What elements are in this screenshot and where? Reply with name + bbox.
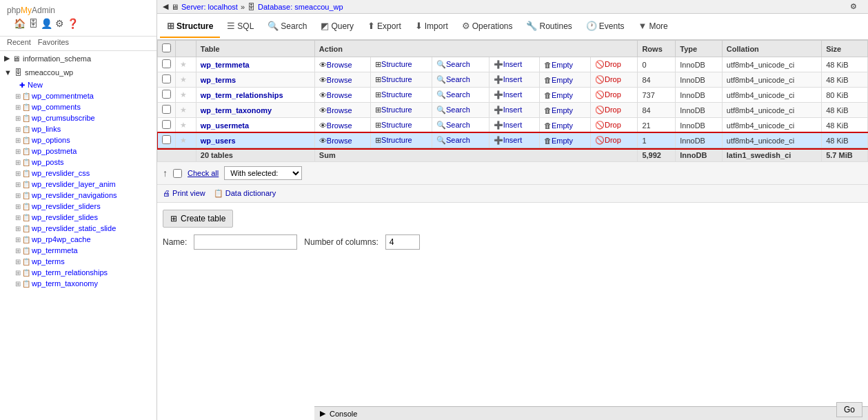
browse-link[interactable]: Browse bbox=[327, 91, 352, 99]
browse-link[interactable]: Browse bbox=[327, 106, 352, 114]
sidebar-table-item[interactable]: ⊞📋wp_revslider_layer_anim bbox=[0, 179, 157, 190]
sidebar-table-item[interactable]: ⊞📋wp_revslider_static_slide bbox=[0, 223, 157, 234]
structure-link[interactable]: Structure bbox=[381, 136, 412, 144]
insert-link[interactable]: Insert bbox=[503, 106, 523, 114]
sidebar-table-link[interactable]: wp_comments bbox=[32, 103, 81, 111]
sidebar-table-item[interactable]: ⊞📋wp_posts bbox=[0, 157, 157, 168]
sidebar-table-item[interactable]: ⊞📋wp_commentmeta bbox=[0, 90, 157, 101]
drop-link[interactable]: Drop bbox=[605, 136, 621, 144]
search-link[interactable]: Search bbox=[446, 90, 470, 99]
drop-link[interactable]: Drop bbox=[605, 90, 621, 99]
drop-link[interactable]: Drop bbox=[605, 121, 621, 129]
star-icon[interactable]: ★ bbox=[180, 75, 187, 83]
create-table-button[interactable]: ⊞ Create table bbox=[163, 210, 233, 228]
sidebar-table-link[interactable]: wp_posts bbox=[32, 158, 63, 166]
sidebar-table-link[interactable]: wp_termmeta bbox=[32, 246, 78, 254]
go-button[interactable]: Go bbox=[836, 402, 862, 417]
search-link[interactable]: Search bbox=[446, 136, 470, 144]
sidebar-table-item[interactable]: ⊞📋wp_term_taxonomy bbox=[0, 278, 157, 289]
star-icon[interactable]: ★ bbox=[180, 136, 187, 144]
check-all-checkbox[interactable] bbox=[173, 169, 182, 178]
user-icon[interactable]: 👤 bbox=[41, 18, 52, 29]
sidebar-table-item[interactable]: ⊞📋wp_term_relationships bbox=[0, 267, 157, 278]
sidebar-table-item[interactable]: ⊞📋wp_termmeta bbox=[0, 245, 157, 256]
sidebar-table-link[interactable]: wp_terms bbox=[32, 257, 65, 266]
search-link[interactable]: Search bbox=[446, 121, 470, 129]
with-selected-dropdown[interactable]: With selected:DropEmptyCheck tableOptimi… bbox=[224, 166, 302, 180]
sidebar-table-link[interactable]: wp_revslider_static_slide bbox=[32, 224, 116, 232]
sidebar-table-item[interactable]: ⊞📋wp_terms bbox=[0, 256, 157, 267]
structure-link[interactable]: Structure bbox=[381, 90, 412, 99]
sidebar-table-item[interactable]: ⊞📋wp_crumsubscribe bbox=[0, 112, 157, 123]
row-checkbox[interactable] bbox=[162, 135, 171, 144]
browse-link[interactable]: Browse bbox=[327, 137, 352, 145]
home-icon[interactable]: 🏠 bbox=[14, 18, 26, 29]
search-link[interactable]: Search bbox=[446, 106, 470, 114]
table-name-link[interactable]: wp_usermeta bbox=[201, 121, 249, 130]
structure-link[interactable]: Structure bbox=[381, 121, 412, 129]
empty-link[interactable]: Empty bbox=[552, 61, 573, 69]
tab-events[interactable]: 🕐Events bbox=[579, 15, 632, 38]
tab-operations[interactable]: ⚙Operations bbox=[455, 15, 520, 38]
browse-link[interactable]: Browse bbox=[327, 76, 352, 84]
sidebar-table-item[interactable]: ⊞📋wp_rp4wp_cache bbox=[0, 234, 157, 245]
sidebar-table-link[interactable]: wp_term_taxonomy bbox=[32, 279, 98, 288]
sidebar-table-item[interactable]: ⊞📋wp_postmeta bbox=[0, 146, 157, 157]
sidebar-table-link[interactable]: wp_postmeta bbox=[32, 147, 77, 155]
insert-link[interactable]: Insert bbox=[503, 90, 523, 99]
select-all-checkbox[interactable] bbox=[162, 43, 171, 52]
sidebar-table-link[interactable]: wp_term_relationships bbox=[32, 268, 108, 277]
tab-more[interactable]: ▼More bbox=[632, 15, 675, 38]
insert-link[interactable]: Insert bbox=[503, 121, 523, 129]
sidebar-server-item[interactable]: ▶ 🖥 information_schema bbox=[0, 51, 157, 66]
structure-link[interactable]: Structure bbox=[381, 75, 412, 83]
sidebar-table-item[interactable]: ⊞📋wp_revslider_slides bbox=[0, 212, 157, 223]
check-all-link[interactable]: Check all bbox=[188, 169, 219, 177]
star-icon[interactable]: ★ bbox=[180, 90, 187, 99]
insert-link[interactable]: Insert bbox=[503, 75, 523, 83]
sidebar-table-item[interactable]: ⊞📋wp_comments bbox=[0, 101, 157, 112]
row-checkbox[interactable] bbox=[162, 90, 171, 99]
table-name-link[interactable]: wp_users bbox=[201, 137, 236, 145]
tab-structure[interactable]: ⊞Structure bbox=[160, 15, 220, 38]
tab-sql[interactable]: ☰SQL bbox=[220, 15, 261, 38]
sidebar-table-item[interactable]: ⊞📋wp_revslider_css bbox=[0, 168, 157, 179]
tab-import[interactable]: ⬇Import bbox=[408, 15, 455, 38]
sidebar-table-link[interactable]: wp_options bbox=[32, 136, 70, 144]
sidebar-table-link[interactable]: wp_commentmeta bbox=[32, 92, 94, 100]
tab-export[interactable]: ⬆Export bbox=[361, 15, 408, 38]
structure-link[interactable]: Structure bbox=[381, 106, 412, 114]
sidebar-table-link[interactable]: wp_revslider_layer_anim bbox=[32, 180, 116, 188]
sidebar-table-link[interactable]: wp_rp4wp_cache bbox=[32, 235, 91, 243]
tab-query[interactable]: ◩Query bbox=[314, 15, 361, 38]
drop-link[interactable]: Drop bbox=[605, 60, 621, 68]
help-icon[interactable]: ❓ bbox=[67, 18, 79, 29]
print-view-link[interactable]: 🖨 Print view bbox=[163, 189, 205, 198]
insert-link[interactable]: Insert bbox=[503, 136, 523, 144]
empty-link[interactable]: Empty bbox=[552, 76, 573, 84]
table-name-link[interactable]: wp_terms bbox=[201, 76, 236, 84]
favorites-link[interactable]: Favorites bbox=[38, 38, 69, 46]
sidebar-new-item[interactable]: ✚ New bbox=[0, 79, 157, 90]
drop-link[interactable]: Drop bbox=[605, 106, 621, 114]
row-checkbox[interactable] bbox=[162, 120, 171, 129]
sidebar-db-item[interactable]: ▼ 🗄 smeaccou_wp bbox=[0, 66, 157, 79]
sidebar-table-link[interactable]: wp_revslider_slides bbox=[32, 213, 98, 221]
db-icon[interactable]: 🗄 bbox=[28, 18, 38, 29]
empty-link[interactable]: Empty bbox=[552, 121, 573, 130]
sidebar-table-item[interactable]: ⊞📋wp_options bbox=[0, 134, 157, 146]
sidebar-table-item[interactable]: ⊞📋wp_revslider_navigations bbox=[0, 190, 157, 201]
recent-link[interactable]: Recent bbox=[7, 38, 31, 46]
table-name-input[interactable] bbox=[194, 234, 297, 250]
sidebar-table-link[interactable]: wp_revslider_navigations bbox=[32, 191, 117, 199]
empty-link[interactable]: Empty bbox=[552, 106, 573, 114]
sidebar-table-link[interactable]: wp_crumsubscribe bbox=[32, 114, 95, 122]
columns-input[interactable] bbox=[385, 234, 420, 250]
empty-link[interactable]: Empty bbox=[552, 137, 573, 145]
tab-routines[interactable]: 🔧Routines bbox=[519, 15, 578, 38]
empty-link[interactable]: Empty bbox=[552, 91, 573, 99]
table-name-link[interactable]: wp_termmeta bbox=[201, 61, 250, 69]
search-link[interactable]: Search bbox=[446, 60, 470, 68]
server-breadcrumb[interactable]: Server: localhost bbox=[181, 3, 238, 11]
sidebar-table-link[interactable]: wp_links bbox=[32, 125, 61, 133]
